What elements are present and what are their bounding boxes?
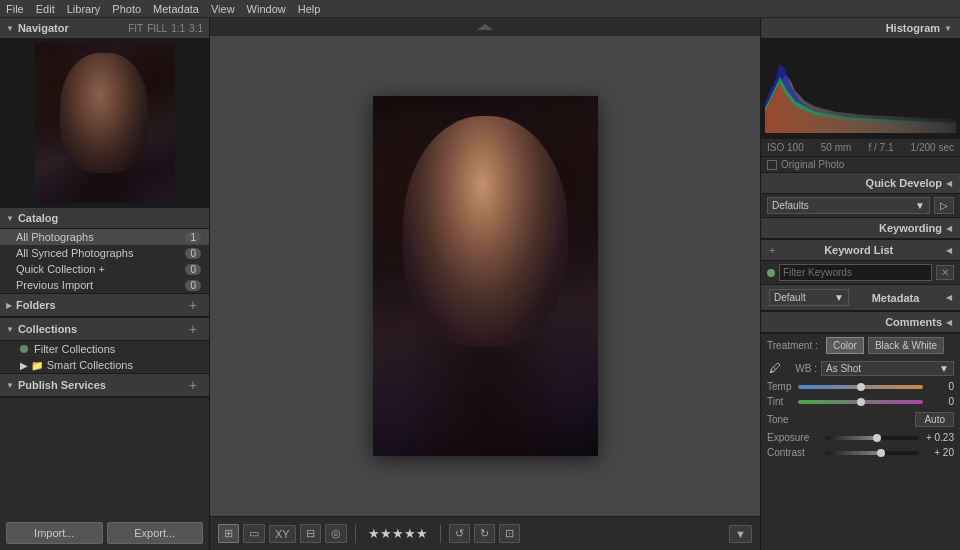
wb-dropdown[interactable]: As Shot ▼ xyxy=(821,361,954,376)
menu-library[interactable]: Library xyxy=(67,3,101,15)
folders-header[interactable]: ▶ Folders + xyxy=(0,294,209,317)
crop-button[interactable]: ⊡ xyxy=(499,524,520,543)
filter-collections-label: Filter Collections xyxy=(34,343,115,355)
navigator-preview xyxy=(0,39,209,208)
temp-thumb[interactable] xyxy=(857,383,865,391)
collections-header[interactable]: ▼ Collections + xyxy=(0,318,209,341)
nav-3to1[interactable]: 3:1 xyxy=(189,23,203,34)
smart-collections-item[interactable]: ▶ 📁 Smart Collections xyxy=(0,357,209,373)
histogram-area xyxy=(761,39,960,139)
navigator-options: FIT FILL 1:1 3:1 xyxy=(128,23,203,34)
keyword-list-header[interactable]: + Keyword List ◀ xyxy=(761,240,960,261)
export-button[interactable]: Export... xyxy=(107,522,204,544)
temp-track[interactable] xyxy=(798,385,923,389)
tint-thumb[interactable] xyxy=(857,398,865,406)
main-photo xyxy=(373,96,598,456)
contrast-track[interactable] xyxy=(825,451,919,455)
catalog-section: ▼ Catalog All Photographs 1 All Synced P… xyxy=(0,208,209,294)
more-options-button[interactable]: ▼ xyxy=(729,525,752,543)
color-button[interactable]: Color xyxy=(826,337,864,354)
nav-fit[interactable]: FIT xyxy=(128,23,143,34)
preset-dropdown[interactable]: Defaults ▼ xyxy=(767,197,930,214)
eyedropper-icon[interactable]: 🖊 xyxy=(767,359,783,377)
star-rating[interactable]: ★★★★★ xyxy=(368,526,428,541)
filter-collections-item[interactable]: Filter Collections xyxy=(0,341,209,357)
original-photo-bar: Original Photo xyxy=(761,157,960,173)
center-panel: ⊞ ▭ XY ⊟ ◎ ★★★★★ ↺ ↻ ⊡ ▼ xyxy=(210,18,760,550)
wb-row: 🖊 WB : As Shot ▼ xyxy=(761,357,960,379)
publish-services-header[interactable]: ▼ Publish Services + xyxy=(0,374,209,397)
histogram-title: Histogram xyxy=(886,22,940,34)
smart-collections-label: Smart Collections xyxy=(47,359,133,371)
preset-apply-button[interactable]: ▷ xyxy=(934,197,954,214)
keyword-filter-clear[interactable]: ✕ xyxy=(936,265,954,280)
import-button[interactable]: Import... xyxy=(6,522,103,544)
navigator-header[interactable]: ▼ Navigator FIT FILL 1:1 3:1 xyxy=(0,18,209,39)
menu-file[interactable]: File xyxy=(6,3,24,15)
smart-collections-folder-icon: ▶ 📁 xyxy=(20,360,43,371)
menu-photo[interactable]: Photo xyxy=(112,3,141,15)
comments-triangle: ◀ xyxy=(946,318,952,327)
develop-view-button[interactable]: ◎ xyxy=(325,524,347,543)
exposure-track[interactable] xyxy=(825,436,919,440)
catalog-quick-collection[interactable]: Quick Collection + 0 xyxy=(0,261,209,277)
tint-value: 0 xyxy=(926,396,954,407)
navigator-triangle: ▼ xyxy=(6,24,14,33)
folders-title: Folders xyxy=(16,299,189,311)
loupe-view-button[interactable]: ▭ xyxy=(243,524,265,543)
contrast-thumb[interactable] xyxy=(877,449,885,457)
metadata-header[interactable]: Default ▼ Metadata ◀ xyxy=(761,285,960,311)
original-photo-checkbox[interactable] xyxy=(767,160,777,170)
temp-value: 0 xyxy=(926,381,954,392)
treatment-row: Treatment : Color Black & White xyxy=(761,334,960,357)
histogram-triangle: ▼ xyxy=(944,24,952,33)
catalog-all-photographs-label: All Photographs xyxy=(16,231,185,243)
catalog-all-synced[interactable]: All Synced Photographs 0 xyxy=(0,245,209,261)
rotate-right-button[interactable]: ↻ xyxy=(474,524,495,543)
survey-view-button[interactable]: ⊟ xyxy=(300,524,321,543)
menu-window[interactable]: Window xyxy=(247,3,286,15)
catalog-previous-import[interactable]: Previous Import 0 xyxy=(0,277,209,293)
comments-title: Comments xyxy=(885,316,942,328)
catalog-all-photographs[interactable]: All Photographs 1 xyxy=(0,229,209,245)
compare-view-button[interactable]: XY xyxy=(269,525,296,543)
collections-add-button[interactable]: + xyxy=(189,322,203,336)
keyword-filter-input[interactable] xyxy=(779,264,932,281)
keywording-triangle: ◀ xyxy=(946,224,952,233)
nav-1to1[interactable]: 1:1 xyxy=(171,23,185,34)
auto-button[interactable]: Auto xyxy=(915,412,954,427)
keywording-header[interactable]: Keywording ◀ xyxy=(761,218,960,239)
keywording-title: Keywording xyxy=(879,222,942,234)
exposure-label: Exposure xyxy=(767,432,822,443)
rotate-left-button[interactable]: ↺ xyxy=(449,524,470,543)
keyword-list-triangle: ◀ xyxy=(946,246,952,255)
menu-metadata[interactable]: Metadata xyxy=(153,3,199,15)
comments-header[interactable]: Comments ◀ xyxy=(761,312,960,333)
tint-track[interactable] xyxy=(798,400,923,404)
quick-develop-header[interactable]: Quick Develop ◀ xyxy=(761,173,960,194)
menu-view[interactable]: View xyxy=(211,3,235,15)
grid-view-button[interactable]: ⊞ xyxy=(218,524,239,543)
metadata-preset-dropdown[interactable]: Default ▼ xyxy=(769,289,849,306)
menu-edit[interactable]: Edit xyxy=(36,3,55,15)
left-panel: ▼ Navigator FIT FILL 1:1 3:1 ▼ Catalog A… xyxy=(0,18,210,550)
folders-add-button[interactable]: + xyxy=(189,298,203,312)
bw-button[interactable]: Black & White xyxy=(868,337,944,354)
publish-services-add-button[interactable]: + xyxy=(189,378,203,392)
exif-bar: ISO 100 50 mm f / 7.1 1/200 sec xyxy=(761,139,960,157)
exif-focal: 50 mm xyxy=(821,142,852,153)
menubar: File Edit Library Photo Metadata View Wi… xyxy=(0,0,960,18)
metadata-triangle: ◀ xyxy=(946,293,952,302)
exif-iso: ISO 100 xyxy=(767,142,804,153)
keyword-list-add[interactable]: + xyxy=(769,244,775,256)
histogram-header[interactable]: Histogram ▼ xyxy=(761,18,960,39)
exposure-row: Exposure + 0.23 xyxy=(761,430,960,445)
catalog-header[interactable]: ▼ Catalog xyxy=(0,208,209,229)
nav-fill[interactable]: FILL xyxy=(147,23,167,34)
metadata-title: Metadata xyxy=(872,292,920,304)
menu-help[interactable]: Help xyxy=(298,3,321,15)
keyword-list-title: Keyword List xyxy=(824,244,893,256)
contrast-value: + 20 xyxy=(922,447,954,458)
exposure-thumb[interactable] xyxy=(873,434,881,442)
quick-develop-preset-row: Defaults ▼ ▷ xyxy=(761,194,960,217)
